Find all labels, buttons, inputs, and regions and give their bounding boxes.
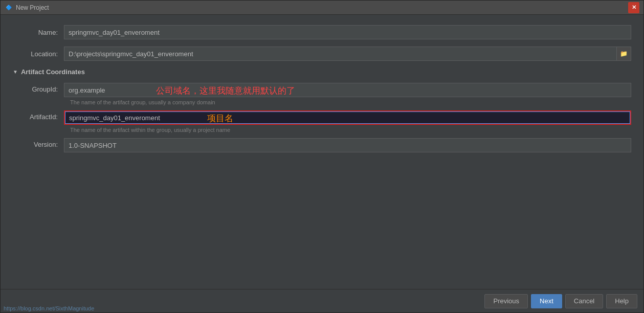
group-id-input[interactable] (64, 83, 631, 97)
close-icon: ✕ (632, 4, 636, 11)
group-id-row: GroupId: 公司域名，这里我随意就用默认的了 (20, 83, 631, 97)
location-label: Location: (13, 50, 64, 58)
help-button[interactable]: Help (606, 294, 637, 308)
artifact-id-input[interactable] (64, 110, 631, 125)
name-row: Name: (13, 25, 631, 39)
footer-url: https://blog.csdn.net/SixthMagnitude (1, 304, 97, 312)
artifact-section: GroupId: 公司域名，这里我随意就用默认的了 The name of th… (13, 83, 631, 152)
version-input[interactable] (64, 138, 631, 152)
location-input[interactable] (64, 47, 617, 61)
artifact-section-header: ▼ Artifact Coordinates (13, 68, 631, 76)
window-icon: 🔷 (5, 4, 13, 12)
artifact-id-hint: The name of the artifact within the grou… (20, 127, 631, 133)
dialog-footer: https://blog.csdn.net/SixthMagnitude Pre… (1, 289, 643, 312)
title-bar: 🔷 New Project ✕ (1, 1, 643, 15)
version-field-wrap (64, 138, 631, 152)
artifact-section-title: Artifact Coordinates (21, 68, 85, 76)
next-button[interactable]: Next (531, 294, 562, 308)
group-id-hint: The name of the artifact group, usually … (20, 99, 631, 105)
close-button[interactable]: ✕ (628, 2, 639, 13)
location-row: Location: 📁 (13, 47, 631, 61)
location-input-wrap: 📁 (64, 47, 631, 61)
version-row: Version: (20, 138, 631, 152)
version-label: Version: (20, 138, 64, 148)
cancel-button[interactable]: Cancel (565, 294, 603, 308)
dialog-body: Name: Location: 📁 ▼ Artifact Coordinates (1, 15, 643, 289)
main-area: Name: Location: 📁 ▼ Artifact Coordinates (1, 15, 643, 312)
window-title: New Project (16, 4, 628, 11)
dialog-window: 🔷 New Project ✕ Name: Location: 📁 (0, 0, 644, 313)
artifact-id-row: ArtifactId: 项目名 (20, 110, 631, 125)
group-id-field-wrap: 公司域名，这里我随意就用默认的了 (64, 83, 631, 97)
folder-icon: 📁 (620, 50, 628, 57)
previous-button[interactable]: Previous (484, 294, 528, 308)
group-id-label: GroupId: (20, 83, 64, 93)
name-input[interactable] (64, 25, 631, 39)
artifact-id-field-wrap: 项目名 (64, 110, 631, 125)
name-label: Name: (13, 29, 64, 36)
artifact-id-label: ArtifactId: (20, 110, 64, 121)
collapse-arrow-icon[interactable]: ▼ (13, 69, 18, 75)
browse-button[interactable]: 📁 (617, 47, 631, 61)
